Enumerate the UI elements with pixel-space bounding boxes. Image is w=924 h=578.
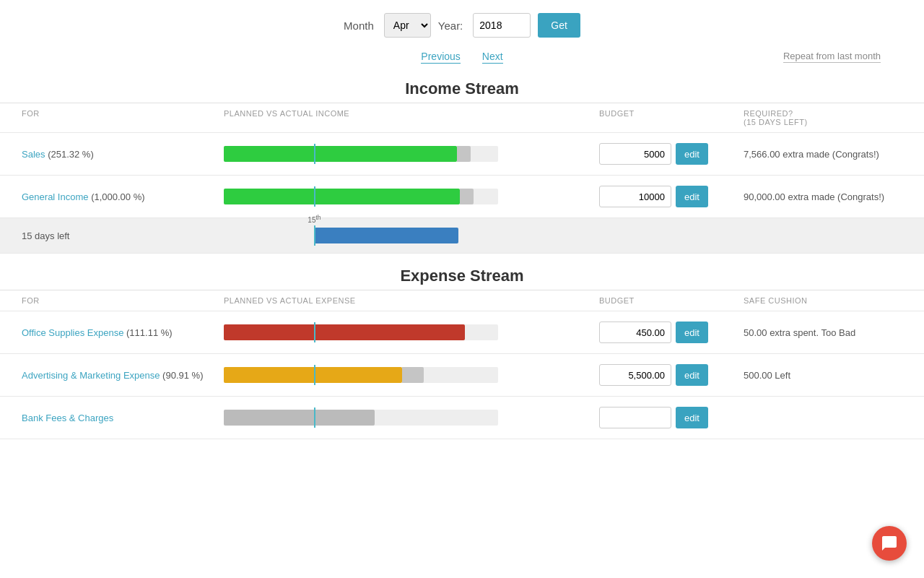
advertising-bar-marker	[314, 365, 315, 385]
sales-bar-track	[224, 146, 498, 162]
bank-fees-budget-input[interactable]	[599, 407, 671, 428]
income-row-general: General Income (1,000.00 %) edit 90,000.…	[0, 176, 924, 218]
office-supplies-bar-fill	[224, 324, 465, 340]
office-supplies-link[interactable]: Office Supplies Expense	[22, 327, 123, 338]
expense-col-chart: PLANNED VS ACTUAL EXPENSE	[224, 296, 599, 305]
income-table: FOR PLANNED VS ACTUAL INCOME BUDGET REQU…	[0, 103, 924, 254]
days-left-marker-label: 15th	[308, 214, 321, 224]
expense-stream-title: Expense Stream	[0, 254, 924, 290]
advertising-bar-gray	[402, 367, 424, 383]
general-income-status: 90,000.00 extra made (Congrats!)	[744, 191, 902, 202]
general-income-bar-gray	[460, 189, 474, 204]
bank-fees-bar-marker	[314, 407, 315, 428]
expense-row-advertising: Advertising & Marketing Expense (90.91 %…	[0, 354, 924, 397]
sales-link[interactable]: Sales	[22, 149, 45, 160]
expense-table: FOR PLANNED VS ACTUAL EXPENSE BUDGET SAF…	[0, 290, 924, 439]
office-supplies-bar-container	[224, 322, 599, 342]
general-income-bar-container	[224, 186, 599, 207]
advertising-link[interactable]: Advertising & Marketing Expense	[22, 370, 160, 381]
expense-col-budget: BUDGET	[599, 296, 744, 305]
sales-bar-gray	[457, 146, 471, 162]
office-supplies-budget-cell: edit	[599, 322, 744, 343]
advertising-bar-fill	[224, 367, 402, 383]
expense-col-headers: FOR PLANNED VS ACTUAL EXPENSE BUDGET SAF…	[0, 290, 924, 311]
office-supplies-status: 50.00 extra spent. Too Bad	[744, 327, 902, 338]
office-supplies-label: Office Supplies Expense (111.11 %)	[22, 327, 224, 338]
expense-row-bank: Bank Fees & Charges edit	[0, 397, 924, 439]
advertising-status: 500.00 Left	[744, 370, 902, 381]
general-income-bar-marker	[314, 186, 315, 207]
previous-link[interactable]: Previous	[421, 51, 460, 64]
advertising-budget-input[interactable]	[599, 364, 671, 386]
get-button[interactable]: Get	[538, 13, 580, 38]
expense-row-office: Office Supplies Expense (111.11 %) edit …	[0, 311, 924, 354]
advertising-budget-cell: edit	[599, 364, 744, 386]
top-controls: Month JanFebMar AprMayJun JulAugSep OctN…	[0, 0, 924, 45]
general-income-label: General Income (1,000.00 %)	[22, 191, 224, 202]
advertising-edit-button[interactable]: edit	[676, 364, 708, 386]
general-income-pct: (1,000.00 %)	[91, 191, 144, 202]
sales-status: 7,566.00 extra made (Congrats!)	[744, 149, 902, 160]
bank-fees-bar-track	[224, 410, 498, 426]
sales-label: Sales (251.32 %)	[22, 149, 224, 160]
advertising-pct: (90.91 %)	[162, 370, 203, 381]
sales-bar-container	[224, 144, 599, 164]
year-label: Year:	[438, 20, 463, 32]
repeat-from-last-month-link[interactable]: Repeat from last month	[783, 51, 881, 63]
bank-fees-label: Bank Fees & Charges	[22, 413, 224, 423]
days-left-bar-container: 15th	[224, 225, 599, 246]
bank-fees-budget-cell: edit	[599, 407, 744, 428]
sales-budget-input[interactable]	[599, 143, 671, 165]
general-income-link[interactable]: General Income	[22, 191, 89, 202]
days-left-row: 15 days left 15th	[0, 218, 924, 254]
advertising-bar-track	[224, 367, 498, 383]
sales-edit-button[interactable]: edit	[676, 143, 708, 165]
advertising-bar-container	[224, 365, 599, 385]
days-left-marker: 15th	[314, 225, 315, 246]
nav-links: Previous Next Repeat from last month	[0, 45, 924, 66]
sales-pct: (251.32 %)	[48, 149, 94, 160]
office-supplies-pct: (111.11 %)	[126, 327, 173, 338]
income-col-for: FOR	[22, 109, 224, 126]
office-supplies-edit-button[interactable]: edit	[676, 322, 708, 343]
next-link[interactable]: Next	[482, 51, 503, 64]
sales-budget-cell: edit	[599, 143, 744, 165]
general-income-budget-input[interactable]	[599, 186, 671, 207]
year-input[interactable]	[473, 13, 531, 38]
office-supplies-bar-track	[224, 324, 498, 340]
sales-bar-fill	[224, 146, 457, 162]
bank-fees-link[interactable]: Bank Fees & Charges	[22, 413, 113, 423]
income-col-budget: BUDGET	[599, 109, 744, 126]
income-col-chart: PLANNED VS ACTUAL INCOME	[224, 109, 599, 126]
income-stream-title: Income Stream	[0, 66, 924, 103]
office-supplies-budget-input[interactable]	[599, 322, 671, 343]
general-income-budget-cell: edit	[599, 186, 744, 207]
income-row-sales: Sales (251.32 %) edit 7,566.00 extra mad…	[0, 133, 924, 176]
income-col-headers: FOR PLANNED VS ACTUAL INCOME BUDGET REQU…	[0, 103, 924, 133]
month-select[interactable]: JanFebMar AprMayJun JulAugSep OctNovDec	[384, 13, 431, 38]
income-col-required: REQUIRED? (15 DAYS LEFT)	[744, 109, 902, 126]
month-label: Month	[344, 20, 374, 32]
days-left-blue-bar	[314, 228, 458, 243]
days-left-bar-track: 15th	[224, 228, 498, 243]
expense-col-cushion: SAFE CUSHION	[744, 296, 902, 305]
bank-fees-bar-container	[224, 407, 599, 428]
days-left-label: 15 days left	[22, 230, 224, 241]
general-income-bar-fill	[224, 189, 460, 204]
advertising-label: Advertising & Marketing Expense (90.91 %…	[22, 370, 224, 381]
expense-col-for: FOR	[22, 296, 224, 305]
office-supplies-bar-marker	[314, 322, 315, 342]
bank-fees-bar-fill	[224, 410, 375, 426]
sales-bar-marker	[314, 144, 315, 164]
bank-fees-edit-button[interactable]: edit	[676, 407, 708, 428]
general-income-edit-button[interactable]: edit	[676, 186, 708, 207]
general-income-bar-track	[224, 189, 498, 204]
